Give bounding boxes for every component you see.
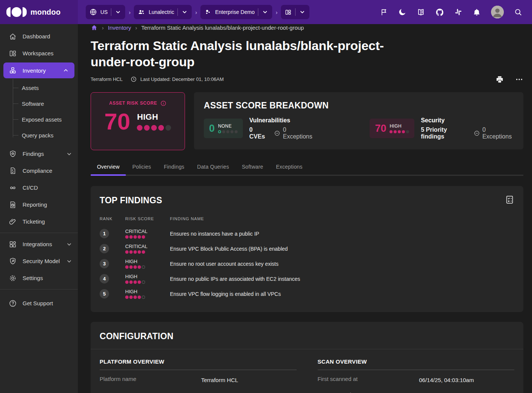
risk-dots [125,265,170,269]
page-title: Terraform Static Analysis lunalabs/blank… [91,38,395,70]
risk-level-label: HIGH [125,274,170,279]
breadcrumb-inventory-link[interactable]: Inventory [108,24,131,31]
table-row[interactable]: 3 HIGH Ensure no root user account acces… [100,256,514,271]
chevron-up-icon[interactable] [62,67,69,74]
sidebar-item-workspaces[interactable]: Workspaces [0,45,78,62]
risk-level-label: HIGH [125,259,170,264]
sidebar-item-settings[interactable]: Settings [0,270,78,286]
flag-icon[interactable] [380,8,388,16]
user-avatar[interactable] [491,6,504,18]
chevron-down-icon[interactable] [181,9,188,15]
table-row[interactable]: 2 CRITICAL Ensure VPC Block Public Acces… [100,241,514,256]
sidebar-label: Findings [23,151,44,157]
tab-data-queries[interactable]: Data Queries [191,160,235,175]
appbar: mondoo US › Lunalectric › Enterprise Dem… [0,0,532,24]
sidebar-label: Integrations [23,241,52,247]
table-row[interactable]: 4 HIGH Ensure no public IPs are associat… [100,271,514,286]
tab-policies[interactable]: Policies [126,160,158,175]
tab-software[interactable]: Software [235,160,270,175]
sidebar-item-software[interactable]: Software [0,96,78,111]
sidebar-item-ticketing[interactable]: Ticketing [0,213,78,230]
exceptions-minus-circle-icon [274,130,280,137]
column-finding-name: FINDING NAME [170,216,514,221]
findings-shield-bug-icon [9,150,17,158]
breadcrumb-separator: › [276,9,277,15]
sidebar-label: CI/CD [23,184,38,191]
sidebar-label: Assets [22,85,39,91]
risk-dots [125,280,170,284]
risk-dots [125,250,170,254]
space-selector[interactable]: Enterprise Demo [200,5,272,19]
org-selector[interactable]: Lunalectric [134,5,192,19]
sidebar-item-exposed-assets[interactable]: Exposed assets [0,111,78,127]
chevron-down-icon[interactable] [66,241,73,248]
organization-icon [138,8,145,16]
ticketing-paperclip-icon [9,218,17,226]
table-row[interactable]: 5 HIGH Ensure VPC flow logging is enable… [100,286,514,302]
asset-risk-score-card: ASSET RISK SCORE 70 HIGH [91,92,185,150]
column-risk-score: RISK SCORE [125,216,170,221]
config-label: First scanned at [318,376,419,385]
checklist-icon[interactable] [505,195,514,206]
chevron-down-icon[interactable] [262,9,268,15]
finding-name: Ensures no instances have a public IP [170,231,514,237]
github-icon[interactable] [435,8,444,17]
space-label: Enterprise Demo [215,9,255,15]
sidebar-divider [0,289,78,289]
risk-level-label: HIGH [125,289,170,294]
slack-icon[interactable] [454,8,462,16]
breadcrumb-separator: › [135,24,137,31]
print-icon[interactable] [496,75,504,84]
sidebar-item-cicd[interactable]: CI/CD [0,179,78,196]
workspace-selector[interactable] [281,5,309,19]
table-row[interactable]: 1 CRITICAL Ensures no instances have a p… [100,226,514,241]
info-icon[interactable] [160,100,167,107]
docs-book-icon[interactable] [417,8,425,17]
last-updated-text: Last Updated: December 01, 10:06AM [140,76,224,82]
finding-name: Ensure no public IPs are associated with… [170,276,514,282]
sidebar: Dashboard Workspaces Inventory Assets So… [0,24,78,393]
workspaces-icon [9,49,17,58]
sidebar-item-integrations[interactable]: Integrations [0,236,78,253]
sidebar-label: Security Model [23,258,60,264]
risk-score-label: ASSET RISK SCORE [109,101,157,106]
dark-mode-moon-icon[interactable] [398,8,406,16]
vulnerabilities-block: Vulnerabilities 0 CVEs 0 Exceptions [249,117,314,140]
sidebar-item-compliance[interactable]: Compliance [0,162,78,179]
chevron-down-icon[interactable] [299,9,306,15]
chevron-down-icon[interactable] [66,151,73,157]
sidebar-item-inventory[interactable]: Inventory [3,62,74,78]
exceptions-minus-circle-icon [474,130,480,137]
chevron-down-icon[interactable] [115,9,121,15]
globe-icon [89,8,97,16]
sidebar-item-query-packs[interactable]: Query packs [0,127,78,143]
sidebar-item-get-support[interactable]: Get Support [0,295,78,312]
vulnerabilities-level: NONE [218,123,238,129]
tab-overview[interactable]: Overview [91,160,126,175]
tab-findings[interactable]: Findings [158,160,191,175]
sidebar-item-dashboard[interactable]: Dashboard [0,28,78,45]
sidebar-item-reporting[interactable]: Reporting [0,196,78,213]
sidebar-item-security-model[interactable]: Security Model [0,253,78,270]
vulnerabilities-exceptions: 0 Exceptions [283,126,314,140]
scan-overview-title: SCAN OVERVIEW [318,358,515,370]
notifications-bell-icon[interactable] [473,8,481,16]
tab-exceptions[interactable]: Exceptions [270,160,309,175]
sidebar-item-findings[interactable]: Findings [0,145,78,162]
cves-count: 0 CVEs [249,126,268,140]
breakdown-title: ASSET SCORE BREAKDOWN [204,101,514,111]
config-label: Name [100,391,201,393]
rank-badge: 5 [100,289,109,299]
sidebar-divider [0,233,78,233]
home-icon[interactable] [91,24,98,31]
risk-dots [125,235,170,239]
more-options-icon[interactable] [515,75,523,84]
sidebar-label: Inventory [23,67,46,74]
brand[interactable]: mondoo [0,0,78,24]
chevron-down-icon[interactable] [66,258,73,265]
sidebar-label: Exposed assets [22,116,62,123]
sidebar-item-assets[interactable]: Assets [0,80,78,96]
region-selector[interactable]: US [86,5,125,19]
search-icon[interactable] [514,8,522,16]
sidebar-label: Query packs [22,132,53,139]
